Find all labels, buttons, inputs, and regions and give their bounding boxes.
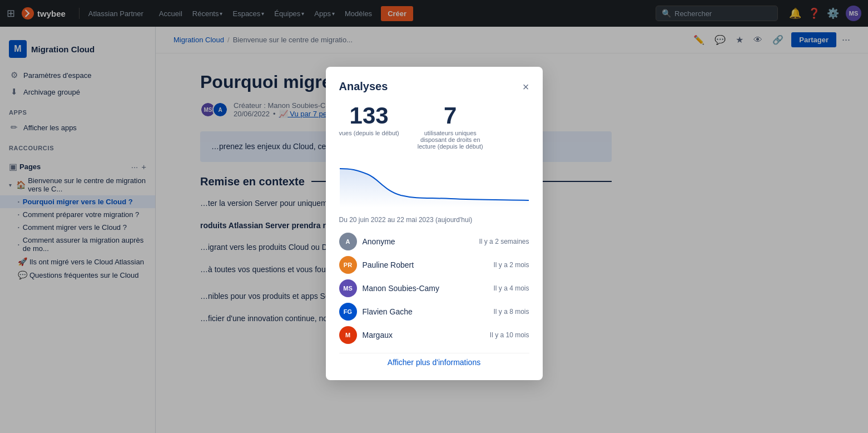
views-label: vues (depuis le début) bbox=[339, 130, 399, 136]
more-info-link[interactable]: Afficher plus d'informations bbox=[339, 353, 529, 367]
modal-overlay[interactable]: Analyses × 133 vues (depuis le début) 7 … bbox=[0, 0, 868, 433]
user-avatar-1: PR bbox=[339, 256, 357, 274]
analytics-modal: Analyses × 133 vues (depuis le début) 7 … bbox=[326, 67, 543, 380]
modal-stats: 133 vues (depuis le début) 7 utilisateur… bbox=[339, 104, 529, 150]
users-label: utilisateurs uniques disposant de droits… bbox=[417, 130, 484, 150]
users-count: 7 bbox=[417, 104, 484, 127]
modal-header: Analyses × bbox=[339, 80, 529, 93]
user-time-2: Il y a 4 mois bbox=[493, 284, 529, 292]
date-range: Du 20 juin 2022 au 22 mai 2023 (aujourd'… bbox=[339, 216, 529, 224]
modal-title: Analyses bbox=[339, 80, 388, 93]
modal-user-row: A Anonyme Il y a 2 semaines bbox=[339, 233, 529, 250]
user-time-1: Il y a 2 mois bbox=[493, 261, 529, 269]
views-chart bbox=[339, 163, 529, 209]
views-count: 133 bbox=[339, 104, 399, 127]
modal-user-row: M Margaux Il y a 10 mois bbox=[339, 326, 529, 344]
modal-user-row: PR Pauline Robert Il y a 2 mois bbox=[339, 256, 529, 274]
user-avatar-3: FG bbox=[339, 303, 357, 321]
modal-user-row: MS Manon Soubies-Camy Il y a 4 mois bbox=[339, 279, 529, 297]
user-name-2: Manon Soubies-Camy bbox=[363, 284, 488, 293]
user-name-0: Anonyme bbox=[363, 237, 474, 246]
user-time-3: Il y a 8 mois bbox=[493, 308, 529, 316]
user-time-0: Il y a 2 semaines bbox=[479, 238, 529, 245]
views-stat: 133 vues (depuis le début) bbox=[339, 104, 399, 150]
user-time-4: Il y a 10 mois bbox=[490, 331, 529, 339]
modal-user-row: FG Flavien Gache Il y a 8 mois bbox=[339, 303, 529, 321]
modal-close-button[interactable]: × bbox=[523, 81, 529, 92]
users-stat: 7 utilisateurs uniques disposant de droi… bbox=[417, 104, 484, 150]
user-name-3: Flavien Gache bbox=[363, 307, 488, 316]
user-avatar-4: M bbox=[339, 326, 357, 344]
modal-users-list: A Anonyme Il y a 2 semaines PR Pauline R… bbox=[339, 233, 529, 344]
user-name-1: Pauline Robert bbox=[363, 260, 488, 269]
chart-svg bbox=[339, 163, 529, 208]
user-avatar-0: A bbox=[339, 233, 357, 250]
user-name-4: Margaux bbox=[363, 331, 484, 339]
user-avatar-2: MS bbox=[339, 279, 357, 297]
